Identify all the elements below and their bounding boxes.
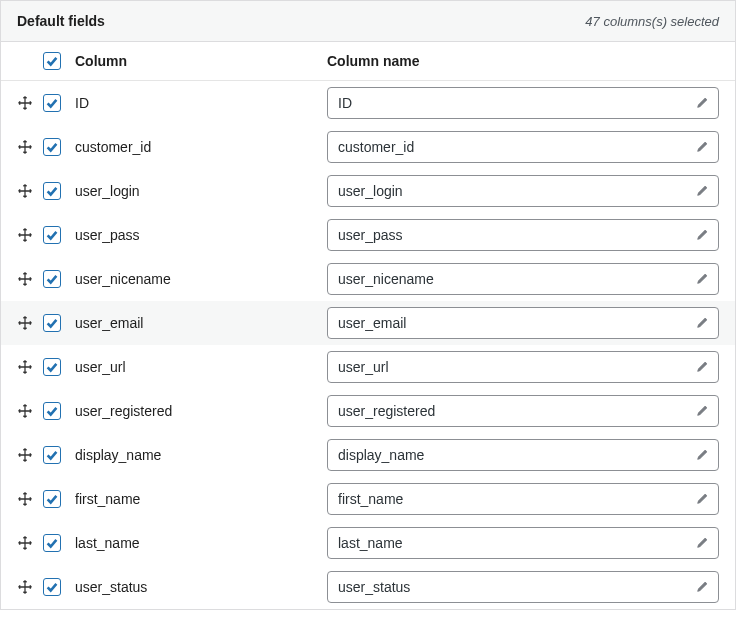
table-row: display_name xyxy=(1,433,735,477)
column-name-cell xyxy=(319,131,719,163)
row-checkbox[interactable] xyxy=(43,446,61,464)
column-name-input[interactable] xyxy=(327,175,719,207)
drag-handle[interactable] xyxy=(17,271,43,287)
column-name-cell xyxy=(319,527,719,559)
table-row: user_pass xyxy=(1,213,735,257)
column-name-cell xyxy=(319,263,719,295)
drag-handle[interactable] xyxy=(17,227,43,243)
move-icon xyxy=(17,315,33,331)
row-checkbox-cell xyxy=(43,182,71,200)
row-checkbox-cell xyxy=(43,226,71,244)
column-label: customer_id xyxy=(71,139,319,155)
column-name-input[interactable] xyxy=(327,527,719,559)
drag-handle[interactable] xyxy=(17,447,43,463)
drag-handle[interactable] xyxy=(17,315,43,331)
header-column: Column xyxy=(71,53,319,69)
drag-handle[interactable] xyxy=(17,139,43,155)
column-name-input[interactable] xyxy=(327,131,719,163)
column-label: user_login xyxy=(71,183,319,199)
move-icon xyxy=(17,271,33,287)
column-name-cell xyxy=(319,483,719,515)
row-checkbox[interactable] xyxy=(43,358,61,376)
column-name-input[interactable] xyxy=(327,307,719,339)
column-name-input[interactable] xyxy=(327,219,719,251)
column-name-cell xyxy=(319,87,719,119)
column-label: first_name xyxy=(71,491,319,507)
table-header-row: Column Column name xyxy=(1,42,735,81)
column-name-input[interactable] xyxy=(327,351,719,383)
row-checkbox-cell xyxy=(43,314,71,332)
move-icon xyxy=(17,447,33,463)
move-icon xyxy=(17,95,33,111)
drag-handle[interactable] xyxy=(17,95,43,111)
move-icon xyxy=(17,139,33,155)
column-name-cell xyxy=(319,395,719,427)
column-name-input[interactable] xyxy=(327,571,719,603)
panel-header: Default fields 47 columns(s) selected xyxy=(1,1,735,42)
column-name-input[interactable] xyxy=(327,439,719,471)
column-label: user_registered xyxy=(71,403,319,419)
select-all-checkbox[interactable] xyxy=(43,52,61,70)
row-checkbox[interactable] xyxy=(43,226,61,244)
header-column-name: Column name xyxy=(319,53,719,69)
row-checkbox[interactable] xyxy=(43,578,61,596)
drag-handle[interactable] xyxy=(17,403,43,419)
table-row: user_url xyxy=(1,345,735,389)
table-row: ID xyxy=(1,81,735,125)
panel-title: Default fields xyxy=(17,13,105,29)
column-label: user_url xyxy=(71,359,319,375)
table-row: last_name xyxy=(1,521,735,565)
rows-container: ID customer_id xyxy=(1,81,735,609)
row-checkbox-cell xyxy=(43,534,71,552)
row-checkbox-cell xyxy=(43,138,71,156)
row-checkbox[interactable] xyxy=(43,182,61,200)
column-label: last_name xyxy=(71,535,319,551)
move-icon xyxy=(17,491,33,507)
row-checkbox[interactable] xyxy=(43,138,61,156)
default-fields-panel: Default fields 47 columns(s) selected Co… xyxy=(0,0,736,610)
column-name-input[interactable] xyxy=(327,395,719,427)
column-name-cell xyxy=(319,175,719,207)
table-row: user_nicename xyxy=(1,257,735,301)
column-name-input[interactable] xyxy=(327,87,719,119)
column-label: user_pass xyxy=(71,227,319,243)
column-label: user_status xyxy=(71,579,319,595)
row-checkbox-cell xyxy=(43,270,71,288)
column-label: user_nicename xyxy=(71,271,319,287)
drag-handle[interactable] xyxy=(17,579,43,595)
row-checkbox-cell xyxy=(43,358,71,376)
row-checkbox[interactable] xyxy=(43,490,61,508)
row-checkbox[interactable] xyxy=(43,534,61,552)
drag-handle[interactable] xyxy=(17,359,43,375)
column-label: ID xyxy=(71,95,319,111)
column-name-cell xyxy=(319,351,719,383)
table-row: user_login xyxy=(1,169,735,213)
column-name-cell xyxy=(319,571,719,603)
move-icon xyxy=(17,359,33,375)
drag-handle[interactable] xyxy=(17,491,43,507)
drag-handle[interactable] xyxy=(17,183,43,199)
row-checkbox-cell xyxy=(43,446,71,464)
move-icon xyxy=(17,183,33,199)
row-checkbox-cell xyxy=(43,402,71,420)
row-checkbox[interactable] xyxy=(43,94,61,112)
column-name-cell xyxy=(319,307,719,339)
header-checkbox-cell xyxy=(43,52,71,70)
column-name-input[interactable] xyxy=(327,263,719,295)
column-label: user_email xyxy=(71,315,319,331)
table-row: user_email xyxy=(1,301,735,345)
row-checkbox[interactable] xyxy=(43,270,61,288)
row-checkbox-cell xyxy=(43,94,71,112)
column-name-input[interactable] xyxy=(327,483,719,515)
move-icon xyxy=(17,227,33,243)
column-label: display_name xyxy=(71,447,319,463)
drag-handle[interactable] xyxy=(17,535,43,551)
column-name-cell xyxy=(319,439,719,471)
row-checkbox-cell xyxy=(43,578,71,596)
move-icon xyxy=(17,535,33,551)
panel-status: 47 columns(s) selected xyxy=(585,14,719,29)
row-checkbox[interactable] xyxy=(43,402,61,420)
move-icon xyxy=(17,579,33,595)
table-row: first_name xyxy=(1,477,735,521)
row-checkbox[interactable] xyxy=(43,314,61,332)
